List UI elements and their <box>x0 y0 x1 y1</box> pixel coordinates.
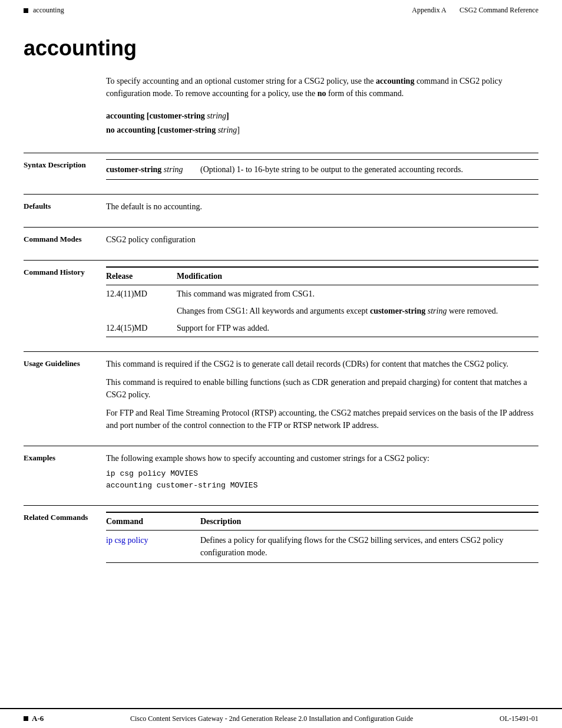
history-table: Release Modification 12.4(11)MD This com… <box>106 266 538 337</box>
syntax-description-row: Syntax Description customer-string strin… <box>24 153 538 180</box>
syntax-line-1: accounting [customer-string string] <box>106 111 538 121</box>
command-modes-row: Command Modes CSG2 policy configuration <box>24 227 538 246</box>
related-commands-row: Related Commands Command Description ip … <box>24 505 538 563</box>
defaults-label: Defaults <box>24 200 106 211</box>
history-release-3: 12.4(15)MD <box>106 319 177 337</box>
history-mod-2: Changes from CSG1: All keywords and argu… <box>177 302 538 319</box>
page-content: accounting To specify accounting and an … <box>0 18 562 612</box>
code-line-1: ip csg policy MOVIES <box>106 468 538 480</box>
command-history-content: Release Modification 12.4(11)MD This com… <box>106 266 538 337</box>
intro-section: To specify accounting and an optional cu… <box>106 75 538 100</box>
syntax-table: customer-string string (Optional) 1- to … <box>106 159 538 180</box>
related-commands-content: Command Description ip csg policy Define… <box>106 512 538 563</box>
defaults-row: Defaults The default is no accounting. <box>24 194 538 213</box>
command-modes-content: CSG2 policy configuration <box>106 233 538 246</box>
ip-csg-policy-link[interactable]: ip csg policy <box>106 536 148 545</box>
header-appendix: Appendix A <box>412 6 446 14</box>
history-col-modification: Modification <box>177 267 538 285</box>
defaults-content: The default is no accounting. <box>106 200 538 213</box>
usage-guidelines-content: This command is required if the CSG2 is … <box>106 358 538 431</box>
footer-center: Cisco Content Services Gateway - 2nd Gen… <box>44 714 500 723</box>
header-title: CSG2 Command Reference <box>459 6 538 14</box>
related-col-description: Description <box>200 512 538 531</box>
related-row-1: ip csg policy Defines a policy for quali… <box>106 531 538 563</box>
examples-content: The following example shows how to speci… <box>106 452 538 491</box>
syntax-description-label: Syntax Description <box>24 159 106 170</box>
header-bullet-icon <box>24 8 28 13</box>
footer-page-label: A-6 <box>32 714 44 723</box>
usage-guidelines-row: Usage Guidelines This command is require… <box>24 351 538 431</box>
syntax-description-content: customer-string string (Optional) 1- to … <box>106 159 538 180</box>
history-mod-1: This command was migrated from CSG1. <box>177 285 538 303</box>
syntax-line-2: no accounting [customer-string string] <box>106 126 538 135</box>
history-row-1: 12.4(11)MD This command was migrated fro… <box>106 285 538 303</box>
history-release-2 <box>106 302 177 319</box>
examples-row: Examples The following example shows how… <box>24 446 538 491</box>
syntax-param: customer-string string <box>106 160 200 180</box>
command-history-row: Command History Release Modification 12.… <box>24 260 538 337</box>
history-mod-3: Support for FTP was added. <box>177 319 538 337</box>
footer-bullet-icon <box>24 716 28 721</box>
history-release-1: 12.4(11)MD <box>106 285 177 303</box>
history-row-2: Changes from CSG1: All keywords and argu… <box>106 302 538 319</box>
command-modes-label: Command Modes <box>24 233 106 244</box>
related-commands-label: Related Commands <box>24 512 106 522</box>
syntax-lines: accounting [customer-string string] no a… <box>106 111 538 135</box>
command-history-label: Command History <box>24 266 106 277</box>
page-title: accounting <box>24 36 538 61</box>
footer-left: A-6 <box>24 714 44 723</box>
syntax-table-row: customer-string string (Optional) 1- to … <box>106 160 538 180</box>
code-line-2: accounting customer-string MOVIES <box>106 480 538 492</box>
related-command-1: ip csg policy <box>106 531 200 563</box>
header-left: accounting <box>24 6 64 15</box>
page-header: accounting Appendix A CSG2 Command Refer… <box>0 0 562 18</box>
header-right: Appendix A CSG2 Command Reference <box>400 6 538 15</box>
syntax-param-desc: (Optional) 1- to 16-byte string to be ou… <box>200 160 538 180</box>
defaults-text: The default is no accounting. <box>106 200 538 213</box>
related-col-command: Command <box>106 512 200 531</box>
header-left-text: accounting <box>33 6 64 15</box>
examples-intro: The following example shows how to speci… <box>106 452 538 465</box>
related-desc-1: Defines a policy for qualifying flows fo… <box>200 531 538 563</box>
page-footer: A-6 Cisco Content Services Gateway - 2nd… <box>0 708 562 728</box>
footer-right: OL-15491-01 <box>500 714 538 723</box>
usage-para3: For FTP and Real Time Streaming Protocol… <box>106 407 538 431</box>
examples-code: ip csg policy MOVIES accounting customer… <box>106 468 538 491</box>
usage-para1: This command is required if the CSG2 is … <box>106 358 538 370</box>
command-modes-text: CSG2 policy configuration <box>106 233 538 246</box>
usage-para2: This command is required to enable billi… <box>106 376 538 401</box>
examples-label: Examples <box>24 452 106 463</box>
history-header-row: Release Modification <box>106 267 538 285</box>
footer-doc-number: OL-15491-01 <box>500 714 538 723</box>
related-table: Command Description ip csg policy Define… <box>106 512 538 563</box>
related-header-row: Command Description <box>106 512 538 531</box>
intro-para1: To specify accounting and an optional cu… <box>106 75 538 100</box>
usage-guidelines-label: Usage Guidelines <box>24 358 106 368</box>
footer-center-text: Cisco Content Services Gateway - 2nd Gen… <box>130 714 413 723</box>
history-col-release: Release <box>106 267 177 285</box>
history-row-3: 12.4(15)MD Support for FTP was added. <box>106 319 538 337</box>
